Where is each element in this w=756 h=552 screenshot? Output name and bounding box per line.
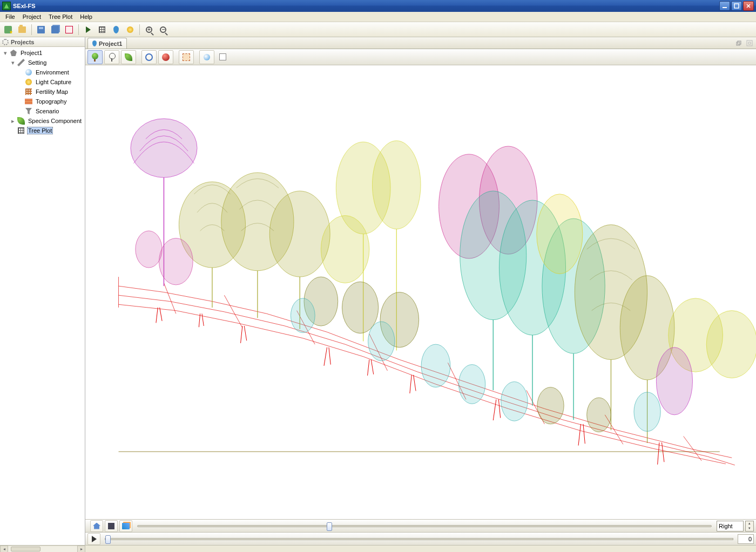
- tree-label: Setting: [27, 59, 48, 66]
- tree-node-light-capture[interactable]: Light Capture: [0, 77, 85, 87]
- view-solid-tree-button[interactable]: [87, 50, 103, 64]
- tab-restore-button[interactable]: [734, 39, 743, 47]
- svg-point-29: [706, 311, 756, 378]
- tree-node-topography[interactable]: Topography: [0, 97, 85, 106]
- app-icon: [2, 2, 11, 10]
- project-icon: [9, 49, 18, 57]
- menu-help[interactable]: Help: [77, 13, 96, 21]
- toolbar-separator: [31, 24, 32, 35]
- app-title: SExI-FS: [13, 3, 719, 9]
- scroll-track[interactable]: [8, 546, 77, 552]
- project-tree[interactable]: ▾ Project1 ▾ Setting Environment Light C…: [0, 47, 85, 545]
- tree-node-setting[interactable]: ▾ Setting: [0, 58, 85, 67]
- sidebar: Projects ▾ Project1 ▾ Setting Environmen…: [0, 37, 85, 545]
- view-globe-button[interactable]: [199, 50, 214, 64]
- save-button[interactable]: [35, 23, 48, 36]
- tree-label: Scenario: [35, 108, 60, 114]
- sidebar-hscroll[interactable]: ◂ ▸: [0, 546, 85, 552]
- water-button[interactable]: [110, 23, 123, 36]
- scroll-right-button[interactable]: ▸: [77, 546, 85, 552]
- menu-treeplot[interactable]: Tree Plot: [45, 13, 76, 21]
- tab-project1[interactable]: Project1: [87, 38, 127, 49]
- tree-label: Fertility Map: [35, 88, 69, 95]
- open-project-button[interactable]: [16, 23, 29, 36]
- timeline-slider[interactable]: [105, 538, 733, 540]
- tree-label: Species Component: [27, 118, 83, 124]
- stop-view-button[interactable]: [105, 520, 118, 532]
- main-panel: Project1: [85, 37, 756, 545]
- maximize-button[interactable]: [731, 1, 742, 11]
- tab-maximize-button[interactable]: [745, 39, 754, 47]
- light-button[interactable]: [124, 23, 137, 36]
- save-as-button[interactable]: [49, 23, 62, 36]
- close-button[interactable]: [743, 1, 754, 11]
- minimize-button[interactable]: [719, 1, 730, 11]
- tree-node-tree-plot[interactable]: ▸ Tree Plot: [0, 126, 85, 135]
- tree-plot-canvas[interactable]: [85, 65, 756, 519]
- scroll-left-button[interactable]: ◂: [0, 546, 8, 552]
- topography-icon: [24, 97, 33, 106]
- square-icon: [108, 523, 114, 529]
- zoom-out-icon: [160, 26, 166, 33]
- slider-thumb[interactable]: [105, 535, 111, 544]
- folder-open-icon: [18, 26, 26, 33]
- multi-view-button[interactable]: [119, 520, 132, 532]
- tree-node-environment[interactable]: Environment: [0, 67, 85, 77]
- zoom-out-button[interactable]: [157, 23, 170, 36]
- toolbar-separator: [78, 24, 79, 35]
- export-icon: [65, 26, 73, 33]
- timeline-bar: 0: [85, 532, 756, 545]
- collapse-icon[interactable]: ▾: [10, 59, 16, 66]
- tree-label: Tree Plot: [27, 127, 53, 134]
- expand-icon[interactable]: ▸: [10, 118, 16, 124]
- svg-point-11: [136, 231, 162, 268]
- tree-node-scenario[interactable]: Scenario: [0, 106, 85, 116]
- droplet-icon: [92, 40, 97, 46]
- viewer-checkbox[interactable]: [219, 53, 226, 60]
- menu-file[interactable]: File: [2, 13, 18, 21]
- view-slider[interactable]: [137, 525, 712, 527]
- tree-label: Environment: [35, 69, 70, 76]
- run-button[interactable]: [82, 23, 94, 36]
- collapse-icon[interactable]: ▾: [2, 50, 9, 56]
- play-icon: [92, 536, 97, 542]
- main-toolbar: [0, 22, 756, 37]
- tree-node-fertility-map[interactable]: Fertility Map: [0, 87, 85, 97]
- droplet-icon: [113, 26, 119, 33]
- plot-grid-icon: [17, 126, 25, 135]
- svg-point-31: [634, 392, 660, 432]
- svg-rect-0: [723, 7, 727, 8]
- home-view-button[interactable]: [90, 520, 103, 532]
- view-circle-button[interactable]: [141, 50, 157, 64]
- scroll-thumb[interactable]: [11, 547, 40, 551]
- multi-view-icon: [122, 523, 130, 529]
- export-button[interactable]: [63, 23, 76, 36]
- leaf-icon: [125, 53, 132, 61]
- view-control-bar: Right ▴▾: [85, 519, 756, 532]
- save-as-icon: [51, 26, 59, 33]
- selection-icon: [183, 53, 190, 61]
- svg-point-16: [342, 282, 379, 333]
- titlebar: SExI-FS: [0, 0, 756, 12]
- svg-rect-4: [747, 40, 752, 46]
- view-direction-select[interactable]: Right: [717, 521, 744, 531]
- grid-button[interactable]: [96, 23, 109, 36]
- slider-thumb[interactable]: [327, 522, 332, 531]
- svg-point-10: [159, 238, 193, 284]
- timeline-play-button[interactable]: [87, 533, 100, 545]
- menu-project[interactable]: Project: [19, 13, 44, 21]
- zoom-in-icon: [146, 26, 152, 33]
- view-leaf-button[interactable]: [121, 50, 136, 64]
- zoom-in-button[interactable]: [143, 23, 156, 36]
- circle-icon: [145, 53, 153, 61]
- view-direction-value: Right: [719, 523, 733, 529]
- view-wire-tree-button[interactable]: [104, 50, 119, 64]
- view-select-area-button[interactable]: [179, 50, 194, 64]
- new-project-button[interactable]: [2, 23, 15, 36]
- view-spin-buttons[interactable]: ▴▾: [745, 521, 754, 531]
- tree-node-species[interactable]: ▸ Species Component: [0, 116, 85, 126]
- wrench-icon: [17, 58, 25, 67]
- tree-node-project[interactable]: ▾ Project1: [0, 48, 85, 58]
- tree-label: Light Capture: [35, 79, 72, 85]
- view-sphere-button[interactable]: [158, 50, 173, 64]
